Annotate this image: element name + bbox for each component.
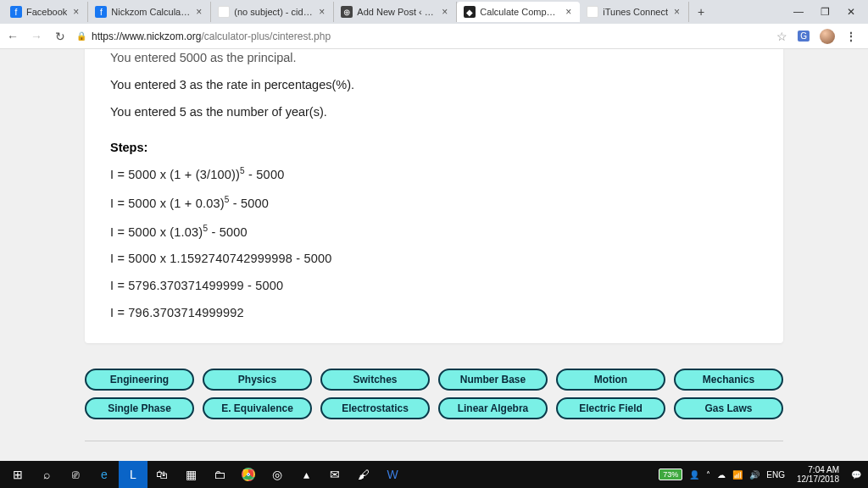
close-icon[interactable]: × — [672, 6, 682, 18]
system-tray: 73% 👤 ˄ ☁ 📶 🔊 ENG 7:04 AM 12/17/2018 💬 — [659, 465, 865, 484]
close-icon[interactable]: × — [564, 6, 573, 18]
pill-number-base[interactable]: Number Base — [438, 369, 548, 391]
pill-electrostatics[interactable]: Electrostatics — [320, 397, 430, 419]
step-4: I = 5000 x 1.1592740742999998 - 5000 — [110, 245, 758, 272]
pill-single-phase[interactable]: Single Phase — [85, 397, 194, 419]
close-window-button[interactable]: ✕ — [847, 6, 855, 18]
lock-icon: 🔒 — [76, 31, 86, 41]
tab-label: Facebook — [26, 7, 67, 17]
url-path: /calculator-plus/cinterest.php — [201, 30, 331, 42]
people-icon[interactable]: 👤 — [689, 470, 699, 480]
pill-linear-algebra[interactable]: Linear Algebra — [438, 397, 548, 419]
facebook-icon: f — [95, 6, 107, 18]
store-icon[interactable]: 🛍 — [147, 461, 176, 488]
wifi-icon[interactable]: 📶 — [732, 470, 743, 480]
step-5: I = 5796.370371499999 - 5000 — [110, 272, 758, 299]
page-viewport: You entered 5000 as the principal. You e… — [0, 49, 868, 461]
itunes-icon: ♪ — [587, 6, 598, 18]
tab-label: (no subject) - cidokonic — [234, 7, 313, 17]
entered-principal-text: You entered 5000 as the principal. — [110, 49, 758, 71]
url-host: https://www.nickzom.org — [92, 30, 201, 42]
minimize-button[interactable]: ― — [793, 6, 804, 18]
entered-years-text: You entered 5 as the number of year(s). — [110, 98, 758, 125]
folder-icon[interactable]: 🗀 — [205, 461, 234, 488]
notifications-icon[interactable]: 💬 — [851, 470, 861, 480]
pill-gas-laws[interactable]: Gas Laws — [674, 397, 783, 419]
volume-icon[interactable]: 🔊 — [749, 470, 760, 480]
close-icon[interactable]: × — [440, 6, 449, 18]
step-3: I = 5000 x (1.03)5 - 5000 — [110, 217, 758, 246]
calculator-icon[interactable]: ▦ — [176, 461, 205, 488]
translate-icon[interactable]: G — [798, 30, 810, 42]
tab-label: Calculate Compound In — [480, 7, 559, 17]
mail-icon[interactable]: ✉ — [320, 461, 349, 488]
close-icon[interactable]: × — [71, 6, 81, 18]
paint-icon[interactable]: 🖌 — [349, 461, 378, 488]
time-text: 7:04 AM — [808, 465, 839, 474]
tab-label: Nickzom Calculator - H — [111, 7, 190, 17]
close-icon[interactable]: × — [194, 6, 203, 18]
gmail-icon: M — [218, 6, 230, 18]
tab-facebook[interactable]: f Facebook × — [3, 2, 88, 22]
start-button[interactable]: ⊞ — [3, 461, 32, 488]
facebook-icon: f — [10, 6, 22, 18]
tab-label: iTunes Connect — [603, 7, 668, 17]
tab-wp-newpost[interactable]: ⊕ Add New Post ‹ Nickzo × — [334, 2, 457, 22]
task-view-icon[interactable]: ⎚ — [61, 461, 90, 488]
close-icon[interactable]: × — [317, 6, 326, 18]
tab-nickzom-calc[interactable]: f Nickzom Calculator - H × — [88, 2, 211, 22]
language-indicator[interactable]: ENG — [766, 470, 785, 480]
word-icon[interactable]: W — [378, 461, 407, 488]
onedrive-icon[interactable]: ☁ — [717, 470, 726, 480]
site-icon: ◆ — [464, 6, 476, 18]
address-bar: ← → ↻ 🔒 https://www.nickzom.org/calculat… — [0, 24, 868, 49]
step-2: I = 5000 x (1 + 0.03)5 - 5000 — [110, 188, 758, 217]
tray-chevron-icon[interactable]: ˄ — [706, 470, 710, 480]
clock[interactable]: 7:04 AM 12/17/2018 — [792, 465, 844, 484]
reload-button[interactable]: ↻ — [53, 30, 68, 43]
bookmark-star-icon[interactable]: ☆ — [776, 30, 787, 43]
kebab-menu-icon[interactable]: ⋮ — [845, 30, 856, 43]
profile-avatar[interactable] — [820, 29, 835, 44]
steps-heading: Steps: — [110, 125, 758, 159]
wordpress-icon: ⊕ — [341, 6, 353, 18]
pill-motion[interactable]: Motion — [556, 369, 665, 391]
tab-strip: f Facebook × f Nickzom Calculator - H × … — [0, 0, 868, 24]
pill-electric-field[interactable]: Electric Field — [556, 397, 665, 419]
toolbar-right: ☆ G ⋮ — [776, 29, 863, 44]
pill-switches[interactable]: Switches — [320, 369, 430, 391]
forward-button[interactable]: → — [29, 30, 44, 43]
tab-label: Add New Post ‹ Nickzo — [357, 7, 436, 17]
category-pills: Engineering Physics Switches Number Base… — [85, 369, 783, 419]
footer-hint-text: Tell Your Friend — [0, 441, 868, 452]
url-input[interactable]: 🔒 https://www.nickzom.org/calculator-plu… — [76, 30, 768, 42]
entered-rate-text: You entered 3 as the rate in percentages… — [110, 71, 758, 98]
date-text: 12/17/2018 — [797, 474, 839, 484]
tab-itunes[interactable]: ♪ iTunes Connect × — [580, 2, 689, 22]
pill-mechanics[interactable]: Mechanics — [674, 369, 783, 391]
window-controls: ― ❐ ✕ — [781, 6, 868, 18]
app-icon-2[interactable]: ◎ — [263, 461, 292, 488]
back-button[interactable]: ← — [5, 30, 20, 43]
result-card: You entered 5000 as the principal. You e… — [85, 49, 783, 343]
battery-indicator[interactable]: 73% — [659, 469, 682, 480]
app-icon[interactable]: L — [119, 461, 147, 488]
step-1: I = 5000 x (1 + (3/100))5 - 5000 — [110, 159, 758, 188]
new-tab-button[interactable]: + — [689, 5, 713, 19]
tab-gmail[interactable]: M (no subject) - cidokonic × — [211, 2, 334, 22]
taskbar: ⊞ ⌕ ⎚ e L 🛍 ▦ 🗀 ◎ ▴ ✉ 🖌 W 73% 👤 ˄ ☁ 📶 🔊 … — [0, 461, 868, 488]
maximize-button[interactable]: ❐ — [821, 6, 830, 18]
pill-physics[interactable]: Physics — [203, 369, 312, 391]
search-icon[interactable]: ⌕ — [32, 461, 61, 488]
step-6: I = 796.3703714999992 — [110, 299, 758, 326]
pill-engineering[interactable]: Engineering — [85, 369, 194, 391]
chrome-icon[interactable] — [234, 461, 263, 488]
pill-e-equivalence[interactable]: E. Equivalence — [203, 397, 312, 419]
onenote-icon[interactable]: ▴ — [292, 461, 320, 488]
tab-compound-active[interactable]: ◆ Calculate Compound In × — [457, 2, 580, 22]
edge-icon[interactable]: e — [90, 461, 119, 488]
